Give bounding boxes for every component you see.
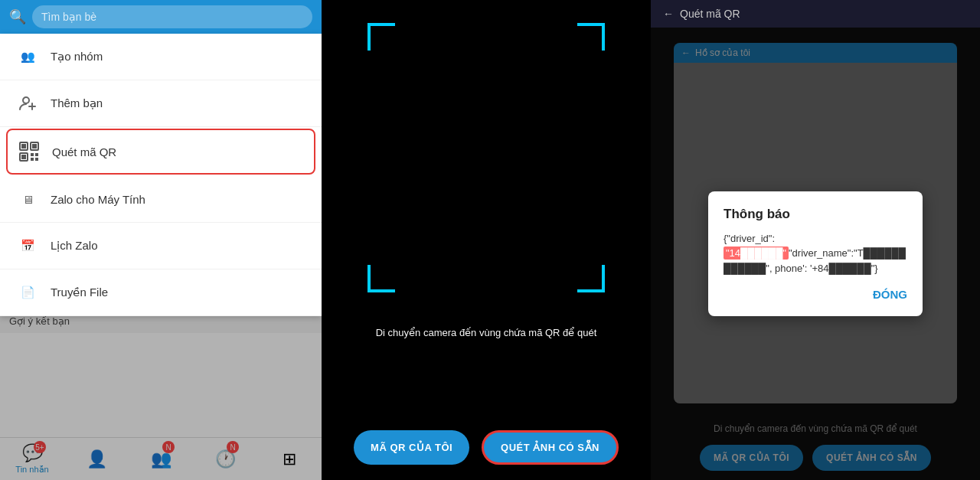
dropdown-menu: 👥 Tạo nhóm Thêm bạn: [0, 34, 322, 316]
svg-point-0: [23, 97, 29, 103]
add-friend-icon: [15, 91, 40, 116]
corner-bottom-right: [577, 265, 605, 292]
search-icon: 🔍: [9, 8, 26, 25]
corner-top-left: [368, 23, 395, 51]
panel-qr-result: ← Quét mã QR ← Hồ sơ của tôi Thông báo {…: [651, 0, 980, 480]
modal-dialog: Thông báo {"driver_id": "14██████""drive…: [708, 191, 923, 317]
menu-item-tao-nhom[interactable]: 👥 Tạo nhóm: [0, 34, 322, 80]
corner-bottom-left: [368, 265, 395, 292]
panel2-buttons: MÃ QR CỦA TÔI QUÉT ẢNH CÓ SẴN: [322, 415, 651, 480]
search-input[interactable]: [32, 5, 312, 28]
back-icon[interactable]: ←: [663, 8, 674, 20]
modal-overlay: Thông báo {"driver_id": "14██████""drive…: [651, 28, 980, 480]
svg-rect-9: [31, 153, 34, 156]
menu-item-quet-ma-qr[interactable]: Quét mã QR: [6, 129, 315, 175]
desktop-icon: 🖥: [15, 187, 40, 211]
my-qr-button[interactable]: MÃ QR CỦA TÔI: [354, 430, 469, 465]
modal-body: {"driver_id": "14██████""driver_name":"T…: [724, 231, 907, 276]
qr-viewfinder: Di chuyển camera đến vùng chứa mã QR để …: [322, 0, 651, 415]
modal-footer: ĐÓNG: [724, 288, 907, 301]
search-bar: 🔍: [0, 0, 322, 34]
group-create-icon: 👥: [15, 44, 40, 69]
qr-scan-hint: Di chuyển camera đến vùng chứa mã QR để …: [361, 327, 612, 338]
svg-rect-4: [21, 144, 26, 149]
menu-item-them-ban[interactable]: Thêm bạn: [0, 80, 322, 127]
modal-title: Thông báo: [724, 207, 907, 222]
scan-photo-button[interactable]: QUÉT ẢNH CÓ SẴN: [482, 430, 619, 465]
svg-rect-8: [21, 155, 26, 159]
menu-item-lich-zalo[interactable]: 📅 Lịch Zalo: [0, 223, 322, 269]
dropdown-overlay[interactable]: 👥 Tạo nhóm Thêm bạn: [0, 34, 322, 480]
panel3-content: ← Hồ sơ của tôi Thông báo {"driver_id": …: [651, 28, 980, 480]
panel3-title: Quét mã QR: [680, 8, 740, 20]
svg-rect-11: [31, 158, 34, 161]
menu-item-zalo-may-tinh[interactable]: 🖥 Zalo cho Máy Tính: [0, 176, 322, 223]
close-modal-button[interactable]: ĐÓNG: [873, 288, 907, 301]
menu-item-truyen-file[interactable]: 📄 Truyền File: [0, 269, 322, 316]
driver-id-value: "14██████": [724, 247, 789, 260]
file-transfer-icon: 📄: [15, 280, 40, 305]
calendar-icon: 📅: [15, 233, 40, 258]
qr-scan-icon: [17, 139, 41, 164]
svg-rect-12: [35, 158, 38, 161]
panel3-header: ← Quét mã QR: [651, 0, 980, 28]
svg-rect-10: [35, 153, 38, 156]
svg-rect-6: [32, 144, 37, 149]
corner-top-right: [577, 23, 605, 51]
panel-zalo-menu: 🔍 F Strange Mamzit: N Nguyễn [Hình ảnh] …: [0, 0, 322, 480]
panel-qr-scanner: Di chuyển camera đến vùng chứa mã QR để …: [322, 0, 651, 480]
